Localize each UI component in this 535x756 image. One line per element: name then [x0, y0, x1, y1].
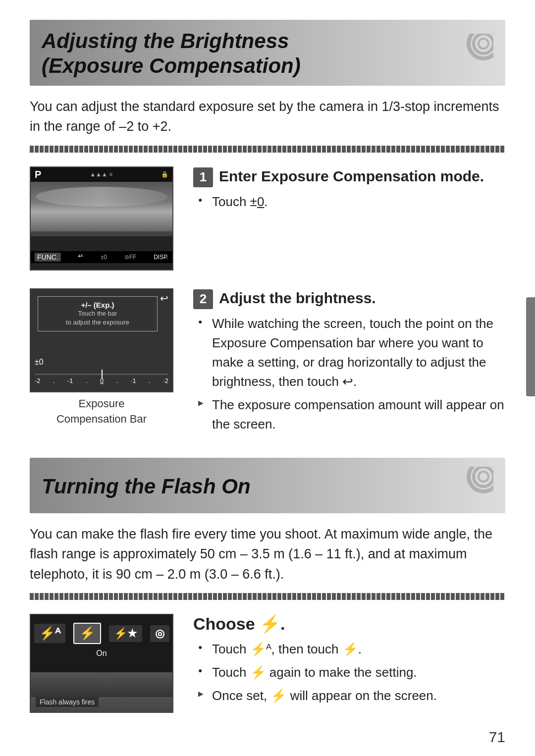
svg-point-1	[474, 34, 493, 54]
step2-bullet1: While watching the screen, touch the poi…	[198, 314, 505, 391]
step1-title: Enter Exposure Compensation mode.	[219, 166, 484, 186]
step1-bullets: Touch ±0.	[193, 192, 505, 212]
section2-icon	[454, 467, 493, 506]
flash-step-image: ⚡ᴬ ⚡ ⚡★ ◎ On Flash always fires	[30, 614, 173, 713]
step2-caption: Exposure Compensation Bar	[30, 396, 173, 427]
section1-header: Adjusting the Brightness (Exposure Compe…	[30, 20, 505, 86]
right-edge-tab	[526, 297, 535, 396]
step1-row: P ▲▲▲ ≡ 🔒 FUNC. ⁴ᴬ ±0 ⊘FF	[30, 166, 505, 270]
step1-image: P ▲▲▲ ≡ 🔒 FUNC. ⁴ᴬ ±0 ⊘FF	[30, 166, 173, 270]
flash-bullet1: Touch ⚡ᴬ, then touch ⚡.	[198, 640, 505, 659]
step2-bullet2: The exposure compensation amount will ap…	[198, 395, 505, 434]
choose-heading: Choose ⚡.	[193, 614, 505, 634]
section1-intro: You can adjust the standard exposure set…	[30, 97, 505, 137]
svg-point-4	[474, 467, 493, 486]
flash-camera-screen: ⚡ᴬ ⚡ ⚡★ ◎ On Flash always fires	[30, 614, 173, 713]
step1-bullet1: Touch ±0.	[198, 192, 505, 212]
step2-number: 2	[193, 289, 213, 309]
section2: Turning the Flash On You can make the fl…	[30, 458, 505, 713]
camera-screen-1: P ▲▲▲ ≡ 🔒 FUNC. ⁴ᴬ ±0 ⊘FF	[30, 166, 173, 270]
flash-bullet2: Touch ⚡ again to make the setting.	[198, 663, 505, 682]
step2-image: ↩ +/– (Exp.) Touch the barto adjust the …	[30, 288, 173, 427]
section1-title: Adjusting the Brightness (Exposure Compe…	[42, 29, 301, 79]
flash-bullet3: Once set, ⚡ will appear on the screen.	[198, 686, 505, 705]
section2-title: Turning the Flash On	[42, 474, 251, 499]
camera-screen-2: ↩ +/– (Exp.) Touch the barto adjust the …	[30, 288, 173, 392]
step2-content: 2 Adjust the brightness. While watching …	[193, 288, 505, 438]
step2-bullets: While watching the screen, touch the poi…	[193, 314, 505, 434]
page-number: 71	[489, 729, 505, 746]
section2-intro: You can make the flash fire every time y…	[30, 524, 505, 585]
section1-icon	[454, 34, 493, 73]
flash-step-row: ⚡ᴬ ⚡ ⚡★ ◎ On Flash always fires	[30, 614, 505, 713]
divider2	[30, 593, 505, 600]
step2-row: ↩ +/– (Exp.) Touch the barto adjust the …	[30, 288, 505, 438]
flash-bullets: Touch ⚡ᴬ, then touch ⚡. Touch ⚡ again to…	[193, 640, 505, 705]
svg-point-2	[479, 39, 488, 49]
step2-title: Adjust the brightness.	[219, 288, 376, 308]
flash-step-content: Choose ⚡. Touch ⚡ᴬ, then touch ⚡. Touch …	[193, 614, 505, 709]
step1-number: 1	[193, 167, 213, 187]
section2-header: Turning the Flash On	[30, 458, 505, 513]
step1-content: 1 Enter Exposure Compensation mode. Touc…	[193, 166, 505, 216]
svg-point-5	[479, 472, 488, 482]
divider1	[30, 146, 505, 153]
